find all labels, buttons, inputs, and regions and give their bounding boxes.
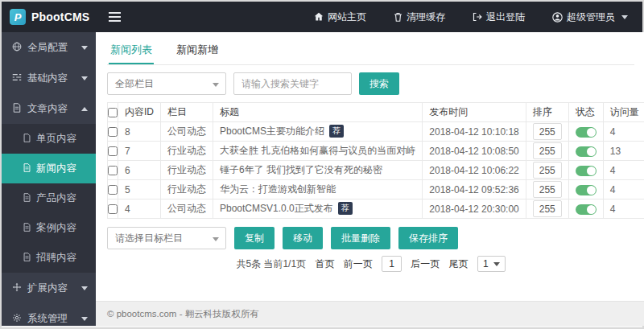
topbar-link-logout[interactable]: 退出登陆 [473,10,525,24]
chevron-down-icon [81,76,88,80]
sidebar-subitem-recruit[interactable]: 招聘内容 [2,243,96,273]
row-checkbox[interactable] [108,185,118,195]
file-icon [23,193,31,204]
pagination-next[interactable]: 后一页 [411,258,440,269]
file-icon [23,163,31,175]
recommend-badge: 荐 [329,125,344,138]
file-icon [23,253,31,264]
arrows-icon [12,282,22,294]
recommend-badge: 荐 [338,202,353,215]
row-title: 大获全胜 扎克伯格如何赢得与议员的当面对峙 [220,145,415,156]
select-all-checkbox[interactable] [108,108,118,117]
cell-category: 行业动态 [161,161,213,180]
row-title: 华为云：打造游戏创新智能 [220,183,336,195]
pagination: 共5条 当前1/1页 首页 前一页 1 后一页 尾页 1 [107,256,634,272]
status-toggle[interactable] [576,185,597,195]
sidebar-item-global-config[interactable]: 全局配置 [2,32,96,63]
main-content: 新闻列表 新闻新增 全部栏目 搜索 内容ID 栏目 标题 [96,32,644,301]
sidebar-subitem-single-page[interactable]: 单页内容 [2,124,96,154]
move-button[interactable]: 移动 [283,227,323,249]
sidebar-item-system-manage[interactable]: 系统管理 [2,303,96,326]
sort-input[interactable] [533,162,562,179]
sort-input[interactable] [533,181,562,198]
sidebar-item-extend-content[interactable]: 扩展内容 [2,273,96,303]
sidebar-item-basic-content[interactable]: 基础内容 [2,63,96,93]
pagination-first[interactable]: 首页 [315,258,334,269]
save-sort-button[interactable]: 保存排序 [398,227,458,249]
home-icon [314,12,324,22]
cell-visits: 4 [603,122,644,142]
header-title: 标题 [213,103,423,122]
chevron-down-icon [213,83,219,87]
table-row: 8 公司动态 PbootCMS主要功能介绍荐 2018-04-12 10:10:… [108,122,644,142]
cell-time: 2018-04-12 10:10:18 [423,122,526,142]
tab-news-add[interactable]: 新闻新增 [175,38,220,64]
target-category-select[interactable]: 请选择目标栏目 [107,227,226,249]
topbar-link-site-home[interactable]: 网站主页 [314,10,366,24]
header-category: 栏目 [161,103,213,122]
header-id: 内容ID [118,103,161,122]
sidebar-subitem-label: 案例内容 [36,221,76,235]
cell-id: 4 [118,199,161,219]
status-toggle[interactable] [576,146,597,157]
search-button[interactable]: 搜索 [359,72,399,95]
status-toggle[interactable] [576,166,597,176]
sort-input[interactable] [533,200,562,217]
batch-delete-button[interactable]: 批量删除 [331,227,390,249]
cell-id: 6 [118,161,161,180]
search-input[interactable] [233,72,352,95]
sort-input[interactable] [533,123,562,140]
header-time: 发布时间 [423,103,526,122]
row-title: PbootCMS主要功能介绍 [220,125,324,137]
row-checkbox[interactable] [108,146,118,156]
hamburger-menu-icon[interactable] [105,9,124,25]
footer: © pbootcms.com - 翱云科技版权所有 [96,301,644,326]
topbar-link-label: 网站主页 [328,10,366,24]
file-icon [23,134,31,145]
sidebar-item-label: 文章内容 [27,102,68,116]
cell-category: 行业动态 [161,142,213,161]
row-title: 锤子6年了 我们找到了它没有死的秘密 [220,164,382,175]
pagination-prev[interactable]: 前一页 [344,258,373,269]
brand-name: PbootCMS [31,10,89,23]
row-checkbox[interactable] [108,166,118,175]
sort-input[interactable] [533,142,562,159]
table-row: 5 行业动态 华为云：打造游戏创新智能 2018-04-12 09:52:36 … [108,180,644,199]
tab-news-list[interactable]: 新闻列表 [109,38,154,64]
status-toggle[interactable] [576,127,597,138]
row-checkbox[interactable] [108,204,118,214]
page-jump-select[interactable]: 1 [477,256,506,272]
gear-icon [12,313,22,325]
chevron-down-icon [213,237,219,241]
cell-category: 行业动态 [161,180,213,199]
category-select[interactable]: 全部栏目 [107,72,226,95]
sidebar-subitem-product[interactable]: 产品内容 [2,183,96,213]
category-select-value: 全部栏目 [115,77,154,91]
sidebar-item-article-content[interactable]: 文章内容 [2,93,96,124]
bulk-action-bar: 请选择目标栏目 复制 移动 批量删除 保存排序 [107,227,634,249]
pagination-current-page[interactable]: 1 [382,256,402,272]
copy-button[interactable]: 复制 [234,227,275,249]
user-icon [552,12,563,23]
topbar-link-clear-cache[interactable]: 清理缓存 [394,10,445,24]
file-icon [12,103,22,115]
pbootcms-logo-icon: P [10,9,26,25]
table-row: 7 行业动态 大获全胜 扎克伯格如何赢得与议员的当面对峙 2018-04-12 … [108,142,644,161]
topbar-user-label: 超级管理员 [567,10,615,24]
target-category-value: 请选择目标栏目 [115,232,183,245]
chevron-down-icon [621,15,628,19]
status-toggle[interactable] [576,204,597,215]
cell-time: 2018-04-12 20:30:00 [423,199,526,219]
sidebar-subitem-label: 新闻内容 [36,162,76,175]
table-header-row: 内容ID 栏目 标题 发布时间 排序 状态 访问量 操作 [108,103,644,122]
row-title: PbootCMSV1.0.0正式发布 [220,203,333,214]
row-checkbox[interactable] [108,127,118,137]
brand-logo[interactable]: P PbootCMS [2,2,96,32]
sidebar-subitem-news[interactable]: 新闻内容 [2,154,96,183]
sidebar-subitem-case[interactable]: 案例内容 [2,213,96,243]
pagination-last[interactable]: 尾页 [449,258,469,269]
topbar-user-menu[interactable]: 超级管理员 [552,10,628,24]
logout-icon [473,12,482,22]
sidebar-subitem-label: 单页内容 [36,132,76,146]
cell-category: 公司动态 [161,199,213,219]
